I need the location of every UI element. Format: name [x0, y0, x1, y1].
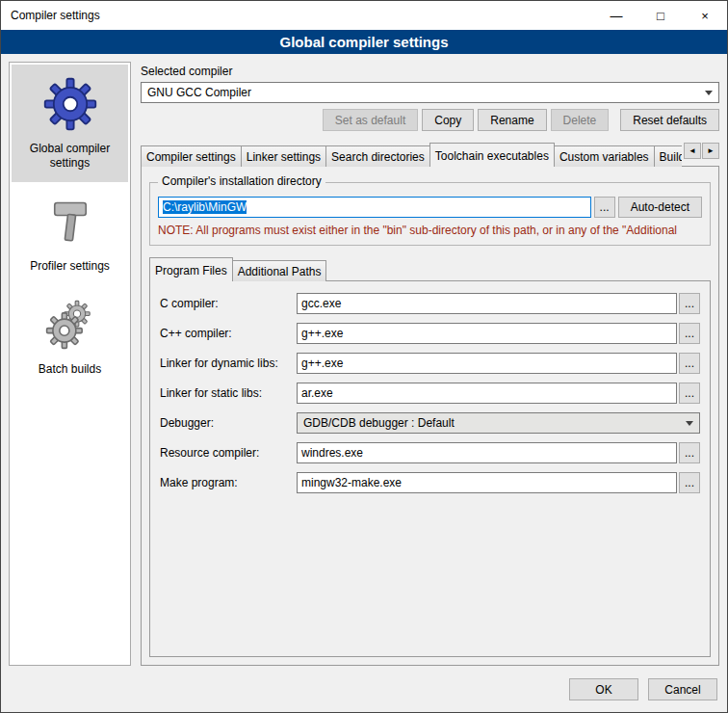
caption-buttons: — □ ×: [594, 1, 727, 30]
cpp-compiler-label: C++ compiler:: [160, 327, 297, 340]
close-button[interactable]: ×: [683, 1, 727, 30]
tab-search-directories[interactable]: Search directories: [325, 145, 430, 167]
debugger-row: Debugger: GDB/CDB debugger : Default: [160, 412, 700, 434]
cpp-compiler-input[interactable]: [297, 323, 677, 344]
tab-build-options[interactable]: Build: [654, 145, 682, 167]
tab-custom-variables[interactable]: Custom variables: [554, 145, 655, 167]
dynamic-linker-label: Linker for dynamic libs:: [160, 356, 297, 370]
installation-directory-input[interactable]: C:\raylib\MinGW: [158, 197, 591, 218]
profiler-tool-icon: [45, 192, 95, 251]
debugger-value: GDB/CDB debugger : Default: [303, 416, 455, 430]
make-program-label: Make program:: [160, 476, 297, 489]
chevron-down-icon: [705, 91, 713, 95]
compiler-button-row: Set as default Copy Rename Delete Reset …: [141, 109, 719, 131]
resource-compiler-row: Resource compiler: ...: [160, 442, 700, 463]
toolchain-executables-panel: Compiler's installation directory C:\ray…: [141, 166, 719, 666]
bin-subdirectory-note: NOTE: All programs must exist either in …: [158, 224, 702, 237]
c-compiler-input[interactable]: [297, 293, 677, 314]
installation-directory-group: Compiler's installation directory C:\ray…: [149, 182, 711, 246]
make-program-browse-button[interactable]: ...: [679, 472, 700, 493]
sidebar-item-label: Profiler settings: [30, 259, 110, 274]
resource-compiler-label: Resource compiler:: [160, 446, 297, 460]
resource-compiler-input[interactable]: [297, 442, 677, 463]
static-linker-row: Linker for static libs: ...: [160, 383, 700, 404]
sidebar-item-profiler-settings[interactable]: Profiler settings: [12, 182, 128, 285]
main-panel: Selected compiler GNU GCC Compiler Set a…: [131, 62, 719, 666]
set-as-default-button: Set as default: [323, 109, 418, 131]
subtab-program-files[interactable]: Program Files: [149, 257, 233, 281]
installation-directory-legend: Compiler's installation directory: [158, 174, 325, 188]
make-program-input[interactable]: [297, 472, 677, 493]
ok-button[interactable]: OK: [569, 678, 638, 700]
batch-gears-icon: [43, 295, 97, 355]
settings-tabstrip: Compiler settings Linker settings Search…: [141, 143, 719, 167]
c-compiler-browse-button[interactable]: ...: [679, 293, 700, 314]
selected-compiler-dropdown[interactable]: GNU GCC Compiler: [141, 82, 719, 103]
debugger-dropdown[interactable]: GDB/CDB debugger : Default: [297, 412, 700, 434]
sidebar-item-label: Batch builds: [39, 362, 101, 377]
tab-compiler-settings[interactable]: Compiler settings: [141, 145, 242, 167]
program-files-panel: C compiler: ... C++ compiler: ... Linker…: [149, 280, 711, 657]
delete-button: Delete: [551, 109, 610, 131]
cpp-compiler-browse-button[interactable]: ...: [679, 323, 700, 344]
dynamic-linker-input[interactable]: [297, 353, 677, 374]
cancel-button[interactable]: Cancel: [648, 678, 717, 700]
settings-category-list: Global compiler settings Profiler settin…: [9, 62, 131, 666]
minimize-button[interactable]: —: [594, 1, 638, 30]
installation-directory-row: C:\raylib\MinGW ... Auto-detect: [158, 197, 702, 218]
make-program-row: Make program: ...: [160, 472, 700, 493]
tab-toolchain-executables[interactable]: Toolchain executables: [429, 143, 555, 167]
compiler-settings-window: Compiler settings — □ × Global compiler …: [0, 0, 728, 713]
auto-detect-button[interactable]: Auto-detect: [618, 197, 702, 218]
tab-scroll-right-icon[interactable]: ►: [702, 143, 719, 159]
c-compiler-label: C compiler:: [160, 297, 297, 310]
sidebar-item-batch-builds[interactable]: Batch builds: [12, 285, 128, 388]
rename-button[interactable]: Rename: [478, 109, 546, 131]
subtab-additional-paths[interactable]: Additional Paths: [232, 260, 327, 281]
tabs: Compiler settings Linker settings Search…: [141, 143, 682, 167]
installation-directory-value: C:\raylib\MinGW: [163, 200, 247, 214]
selected-compiler-label: Selected compiler: [141, 65, 719, 78]
tab-scroll-left-icon[interactable]: ◄: [684, 143, 701, 159]
static-linker-browse-button[interactable]: ...: [679, 383, 700, 404]
dynamic-linker-browse-button[interactable]: ...: [679, 353, 700, 374]
static-linker-input[interactable]: [297, 383, 677, 404]
titlebar: Compiler settings — □ ×: [1, 1, 727, 30]
tab-linker-settings[interactable]: Linker settings: [241, 145, 326, 167]
dialog-footer: OK Cancel: [1, 673, 727, 712]
debugger-label: Debugger:: [160, 416, 297, 430]
c-compiler-row: C compiler: ...: [160, 293, 700, 314]
sidebar-item-global-compiler-settings[interactable]: Global compiler settings: [12, 65, 128, 182]
program-subtabstrip: Program Files Additional Paths: [149, 257, 711, 281]
dialog-content: Global compiler settings Profiler settin…: [1, 54, 727, 673]
cpp-compiler-row: C++ compiler: ...: [160, 323, 700, 344]
selected-compiler-value: GNU GCC Compiler: [147, 86, 251, 99]
blue-gear-icon: [42, 74, 98, 134]
window-title: Compiler settings: [1, 9, 100, 22]
sidebar-item-label: Global compiler settings: [13, 142, 126, 171]
installation-directory-browse-button[interactable]: ...: [594, 197, 615, 218]
maximize-button[interactable]: □: [638, 1, 683, 30]
copy-button[interactable]: Copy: [422, 109, 474, 131]
resource-compiler-browse-button[interactable]: ...: [679, 442, 700, 463]
reset-defaults-button[interactable]: Reset defaults: [620, 109, 719, 131]
chevron-down-icon: [686, 421, 693, 426]
tab-scroll-buttons: ◄ ►: [684, 143, 719, 159]
banner-title: Global compiler settings: [1, 30, 727, 54]
dynamic-linker-row: Linker for dynamic libs: ...: [160, 353, 700, 374]
static-linker-label: Linker for static libs:: [160, 386, 297, 400]
